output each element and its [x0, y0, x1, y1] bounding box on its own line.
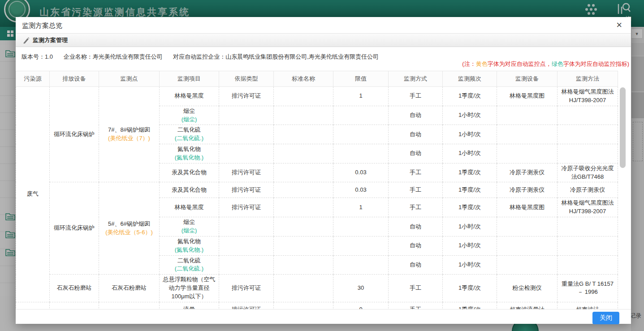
cell-device [497, 236, 558, 255]
table-header-row: 污染源 排放设备 监测点 监测项目 依据类型 标准名称 限值 监测方式 监测频次… [16, 71, 618, 87]
cell-method [558, 236, 618, 255]
cell-freq: 1小时/次 [443, 125, 497, 144]
note-green-word: 绿色 [552, 60, 563, 67]
cell-item: 二氧化硫(二氧化硫.) [160, 255, 219, 275]
cell-device [497, 125, 558, 144]
cell-limit [333, 106, 389, 125]
cell-mode: 自动 [389, 236, 443, 255]
cell-mode: 手工 [389, 182, 443, 198]
item-auto-label: (烟尘) [161, 116, 217, 124]
cell-mode: 手工 [389, 198, 443, 217]
cell-device: 粉尘检测仪 [497, 275, 558, 302]
version-text: 版本号：1.0 [22, 53, 53, 60]
cell-standard [274, 125, 333, 144]
auto-company-text: 对应自动监控企业：山东晨鸣纸业集团股份有限公司,寿光美伦纸业有限责任公司 [173, 53, 379, 60]
cell-mode: 自动 [389, 255, 443, 275]
cell-freq: 1季度/次 [443, 163, 497, 182]
cell-basis: 排污许可证 [219, 87, 274, 106]
cell-standard [274, 163, 333, 182]
col-point: 监测点 [99, 71, 160, 87]
col-equipment: 排放设备 [50, 71, 99, 87]
cell-equipment [50, 302, 99, 309]
cell-limit: 0.03 [333, 163, 389, 182]
cell-basis [219, 144, 274, 163]
cell-mode: 手工 [389, 302, 443, 309]
cell-basis: 排污许可证 [219, 163, 274, 182]
point-name: 5#、6#锅炉烟囱 [101, 220, 157, 228]
close-button[interactable]: 关闭 [592, 312, 619, 324]
cell-item: 汞及其化合物 [160, 182, 219, 198]
plan-info: 版本号：1.0 企业名称：寿光美伦纸业有限责任公司 对应自动监控企业：山东晨鸣纸… [22, 53, 388, 61]
point-name: 7#、8#锅炉烟囱 [101, 126, 157, 134]
cell-device [497, 144, 558, 163]
cell-item: 二氧化硫(二氧化硫.) [160, 125, 219, 144]
cell-mode: 自动 [389, 217, 443, 236]
cell-item: 氮氧化物(氮氧化物.) [160, 236, 219, 255]
cell-freq: 1季度/次 [443, 182, 497, 198]
cell-limit: 1 [333, 87, 389, 106]
close-icon[interactable]: × [616, 20, 622, 30]
cell-method: 冷原子测汞仪 [558, 182, 618, 198]
cell-standard [274, 236, 333, 255]
modal-title: 监测方案总览 [22, 17, 62, 34]
cell-mode: 自动 [389, 125, 443, 144]
cell-method [558, 125, 618, 144]
cell-mode: 手工 [389, 87, 443, 106]
cell-device: 林格曼黑度图 [497, 198, 558, 217]
cell-standard [274, 106, 333, 125]
point-auto-label: (美伦纸业（7）) [101, 134, 157, 143]
cell-basis [219, 236, 274, 255]
note-mid: 字体为对应自动监控点， [488, 60, 552, 67]
cell-limit: 0 [333, 302, 389, 309]
cell-pollutant: 废气 [16, 87, 50, 302]
cell-basis [219, 106, 274, 125]
cell-mode: 手工 [389, 275, 443, 302]
cell-limit [333, 236, 389, 255]
cell-pollutant [16, 302, 50, 309]
cell-freq: 1小时/次 [443, 217, 497, 236]
cell-limit: 30 [333, 275, 389, 302]
cell-basis [219, 125, 274, 144]
item-auto-label: (二氧化硫.) [161, 265, 217, 273]
cell-device: 冷原子测汞仪 [497, 182, 558, 198]
cell-item: 汞及其化合物 [160, 163, 219, 182]
cell-point: 5#、6#锅炉烟囱 (美伦纸业（5-6）) [99, 182, 160, 275]
cell-limit [333, 125, 389, 144]
cell-freq: 1季度/次 [443, 275, 497, 302]
cell-item: 林格曼黑度 [160, 198, 219, 217]
cell-method: 林格曼烟气黑度图法HJ/T398-2007 [558, 198, 618, 217]
cell-freq: 1小时/次 [443, 236, 497, 255]
item-auto-label: (氮氧化物.) [161, 154, 217, 162]
record-count-label: 记录 [630, 312, 641, 320]
table-row: 循环流化床锅炉 5#、6#锅炉烟囱 (美伦纸业（5-6）) 汞及其化合物 排污许… [16, 182, 618, 198]
cell-standard [274, 275, 333, 302]
cell-standard [274, 302, 333, 309]
cell-mode: 自动 [389, 106, 443, 125]
cell-method [558, 106, 618, 125]
monitoring-plan-modal: 监测方案总览 × 监测方案管理 版本号：1.0 企业名称：寿光美伦纸业有限责任公… [16, 17, 631, 324]
cell-device: 冷原子测汞仪 [497, 163, 558, 182]
cell-method: 林格曼烟气黑度图法HJ/T398-2007 [558, 87, 618, 106]
cell-method [558, 255, 618, 275]
cell-item: 烟尘(烟尘) [160, 217, 219, 236]
cell-limit: 0.03 [333, 182, 389, 198]
modal-scrollbar-thumb[interactable] [620, 87, 626, 168]
col-method: 监测方法 [558, 71, 618, 87]
cell-freq: 1季度/次 [443, 87, 497, 106]
section-title: 监测方案管理 [33, 34, 68, 47]
cell-standard [274, 255, 333, 275]
cell-method [558, 217, 618, 236]
cell-item: 林格曼黑度 [160, 87, 219, 106]
table-row: 石灰石粉磨站 石灰石粉磨站 总悬浮颗粒物（空气动力学当量直径100μm以下） 排… [16, 275, 618, 302]
cell-device [497, 255, 558, 275]
note-prefix: (注： [462, 60, 475, 67]
item-auto-label: (烟尘) [161, 227, 217, 235]
pencil-icon [23, 37, 30, 44]
col-mode: 监测方式 [389, 71, 443, 87]
cell-item: 总悬浮颗粒物（空气动力学当量直径100μm以下） [160, 275, 219, 302]
cell-device [497, 106, 558, 125]
cell-item: 烟尘(烟尘) [160, 106, 219, 125]
company-text: 企业名称：寿光美伦纸业有限责任公司 [64, 53, 163, 60]
cell-method: 重量法G B/ T 16157 － 1996 [558, 275, 618, 302]
col-basis: 依据类型 [219, 71, 274, 87]
